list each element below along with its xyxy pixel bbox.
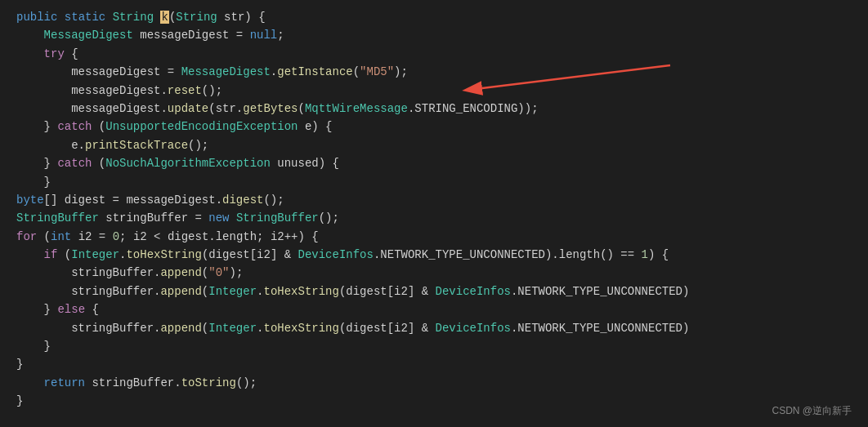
code-line-16: stringBuffer.append(Integer.toHexString(…: [0, 282, 868, 300]
code-line-9: } catch (NoSuchAlgorithmException unused…: [0, 154, 868, 172]
code-line-5: messageDigest.reset();: [0, 82, 868, 100]
code-line-10: }: [0, 173, 868, 191]
code-line-17: } else {: [0, 300, 868, 318]
code-line-21: return stringBuffer.toString();: [0, 374, 868, 392]
type-nosuchalgorithm: NoSuchAlgorithmException: [105, 154, 271, 172]
keyword-catch2: catch: [57, 154, 92, 172]
code-line-22: }: [0, 392, 868, 410]
num-1: 1: [642, 246, 648, 264]
keyword-else: else: [57, 300, 85, 318]
code-line-2: MessageDigest messageDigest = null;: [0, 26, 868, 44]
code-line-15: stringBuffer.append("0");: [0, 264, 868, 282]
keyword-catch1: catch: [57, 118, 92, 136]
type-messagedigest2: MessageDigest: [181, 63, 271, 81]
type-integer: Integer: [71, 246, 119, 264]
method-printstacktrace: printStackTrace: [85, 136, 188, 154]
code-line-8: e.printStackTrace();: [0, 136, 868, 154]
code-line-1: public static String k(String str) {: [0, 8, 868, 26]
type-messagedigest: MessageDigest: [44, 26, 133, 44]
type-stringbuffer: StringBuffer: [16, 209, 99, 227]
keyword-null: null: [250, 26, 278, 44]
code-line-3: try {: [0, 45, 868, 63]
num-0: 0: [113, 228, 119, 246]
method-tostring: toString: [181, 374, 236, 392]
keyword-new: new: [208, 209, 229, 227]
code-line-20: }: [0, 355, 868, 373]
keyword-return: return: [44, 374, 85, 392]
method-k: k: [160, 8, 168, 26]
watermark: CSDN @逆向新手: [772, 403, 852, 419]
code-line-12: StringBuffer stringBuffer = new StringBu…: [0, 209, 868, 227]
string-md5: "MD5": [360, 63, 394, 81]
code-line-4: messageDigest = MessageDigest.getInstanc…: [0, 63, 868, 81]
code-line-13: for (int i2 = 0; i2 < digest.length; i2+…: [0, 228, 868, 246]
code-editor: public static String k(String str) { Mes…: [0, 0, 868, 427]
type-integer3: Integer: [208, 319, 257, 337]
type-deviceinfos2: DeviceInfos: [436, 282, 511, 300]
method-reset: reset: [168, 82, 202, 100]
method-append2: append: [160, 282, 201, 300]
keyword-try: try: [44, 45, 65, 63]
type-unsupportedencoding: UnsupportedEncodingException: [105, 118, 298, 136]
keyword-static: static: [65, 8, 105, 26]
type-string: String: [113, 8, 154, 26]
type-stringbuffer2: StringBuffer: [236, 209, 319, 227]
code-line-19: }: [0, 337, 868, 355]
code-line-18: stringBuffer.append(Integer.toHexString(…: [0, 319, 868, 337]
method-tohexstring: toHexString: [126, 246, 201, 264]
method-append3: append: [160, 319, 201, 337]
keyword-byte: byte: [16, 191, 44, 209]
code-line-7: } catch (UnsupportedEncodingException e)…: [0, 118, 868, 136]
method-getbytes: getBytes: [243, 100, 298, 118]
method-tohexstring3: toHexString: [263, 319, 338, 337]
code-line-6: messageDigest.update(str.getBytes(MqttWi…: [0, 100, 868, 118]
code-line-11: byte[] digest = messageDigest.digest();: [0, 191, 868, 209]
method-tohexstring2: toHexString: [263, 282, 338, 300]
type-deviceinfos3: DeviceInfos: [436, 319, 511, 337]
keyword-int: int: [51, 228, 71, 246]
string-zero: "0": [208, 264, 229, 282]
keyword-if: if: [44, 246, 58, 264]
method-append1: append: [160, 264, 201, 282]
keyword-public: public: [16, 8, 57, 26]
code-line-14: if (Integer.toHexString(digest[i2] & Dev…: [0, 246, 868, 264]
type-deviceinfos: DeviceInfos: [298, 246, 374, 264]
type-integer2: Integer: [208, 282, 257, 300]
keyword-for: for: [16, 228, 37, 246]
param-type-string: String: [176, 8, 217, 26]
method-digest: digest: [222, 191, 263, 209]
method-update: update: [168, 100, 208, 118]
type-mqttwiremessage: MqttWireMessage: [305, 100, 408, 118]
method-getinstance: getInstance: [277, 63, 352, 81]
